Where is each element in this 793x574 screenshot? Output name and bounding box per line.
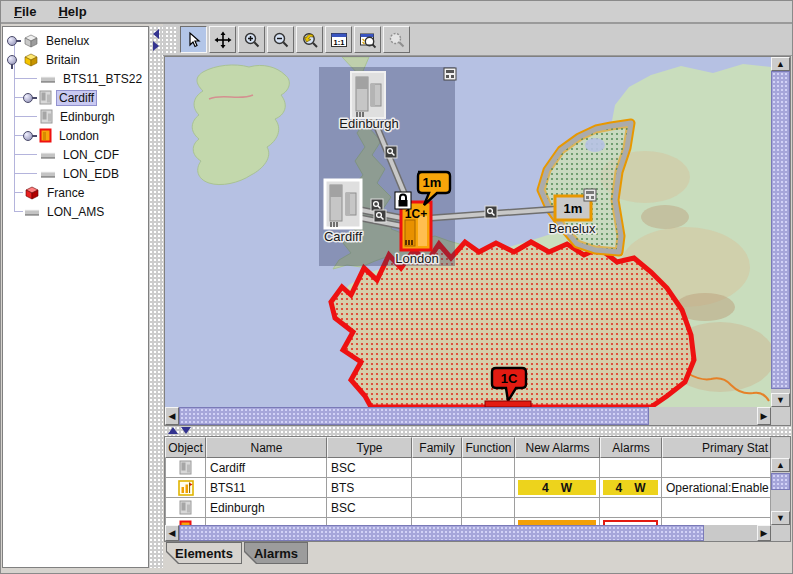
column-header-function[interactable]: Function — [462, 437, 515, 458]
tree-item-london[interactable]: London — [3, 126, 148, 145]
tree-item-label: Cardiff — [56, 90, 97, 106]
tree-item-label: LON_EDB — [60, 166, 122, 182]
column-header-primary-state[interactable]: Primary Stat — [662, 437, 771, 458]
expand-handle-icon[interactable] — [7, 36, 21, 45]
map-vertical-scrollbar[interactable]: ▲ ▼ — [771, 57, 790, 407]
benelux-box-text: 1m — [564, 201, 583, 216]
zoom-out-icon — [272, 31, 290, 49]
table-row-edinburgh[interactable]: Edinburgh BSC — [165, 498, 771, 518]
map-node-edinburgh[interactable] — [351, 72, 385, 118]
tree-item-france[interactable]: France — [3, 183, 148, 202]
map-viewport[interactable]: Edinburgh Cardiff 1C+ London — [165, 57, 771, 407]
scroll-right-icon[interactable]: ▶ — [757, 525, 771, 541]
scroll-down-icon[interactable]: ▼ — [771, 393, 790, 407]
menu-help[interactable]: Help — [54, 2, 90, 21]
alarms-chip: 4W — [603, 480, 658, 495]
map-label-cardiff: Cardiff — [324, 229, 362, 244]
tree-item-label: LON_AMS — [44, 204, 107, 220]
table-row-cardiff[interactable]: Cardiff BSC — [165, 458, 771, 478]
tree-item-cardiff[interactable]: Cardiff — [3, 88, 148, 107]
column-header-family[interactable]: Family — [412, 437, 462, 458]
tree-item-lon-ams[interactable]: LON_AMS — [3, 202, 148, 221]
scroll-right-icon[interactable]: ▶ — [757, 407, 771, 425]
column-header-new-alarms[interactable]: New Alarms — [515, 437, 600, 458]
cell-name: BTS11 — [206, 478, 327, 498]
scroll-up-icon[interactable]: ▲ — [771, 458, 790, 472]
zoom-previous-icon — [301, 31, 319, 49]
region-cube-gray-icon — [23, 33, 39, 49]
magnify-tool-button[interactable] — [383, 26, 410, 53]
link-icon — [24, 207, 40, 217]
network-tree-panel: Benelux Britain BTS11_BTS22 Cardiff — [2, 26, 149, 568]
tab-alarms-label: Alarms — [245, 543, 307, 563]
tab-alarms[interactable]: Alarms — [244, 542, 308, 564]
zoom-previous-tool-button[interactable] — [296, 26, 323, 53]
expand-handle-icon[interactable] — [23, 131, 37, 140]
table-horizontal-scrollbar[interactable]: ◀ ▶ — [165, 525, 771, 541]
column-header-alarms[interactable]: Alarms — [600, 437, 662, 458]
map-vscroll-thumb[interactable] — [771, 71, 790, 389]
map-label-edinburgh: Edinburgh — [339, 116, 398, 131]
cell-type: BTS — [327, 478, 412, 498]
map-panel: Edinburgh Cardiff 1C+ London — [164, 56, 791, 426]
table-hscroll-thumb[interactable] — [179, 525, 704, 541]
zoom-out-tool-button[interactable] — [267, 26, 294, 53]
table-row-bts11[interactable]: BTS11 BTS 4W 4W Operational:Enable — [165, 478, 771, 498]
menu-file[interactable]: File — [10, 2, 40, 21]
tab-elements[interactable]: Elements — [166, 542, 242, 564]
selection-corner-icon — [444, 68, 456, 80]
pan-tool-button[interactable] — [209, 26, 236, 53]
map-hscroll-thumb[interactable] — [179, 407, 649, 425]
scroll-down-icon[interactable]: ▼ — [771, 511, 790, 525]
link-icon — [40, 74, 56, 84]
tree-item-lon-cdf[interactable]: LON_CDF — [3, 145, 148, 164]
tree-item-britain[interactable]: Britain — [3, 50, 148, 69]
column-header-name[interactable]: Name — [206, 437, 327, 458]
map-node-cardiff[interactable] — [325, 180, 361, 228]
scroll-left-icon[interactable]: ◀ — [165, 525, 179, 541]
expand-up-icon[interactable] — [168, 427, 178, 434]
table-header-row: Object Name Type Family Function New Ala… — [165, 437, 771, 458]
tree-item-label: Benelux — [43, 33, 92, 49]
pan-arrows-icon — [214, 31, 232, 49]
collapse-down-icon[interactable] — [181, 427, 191, 434]
expand-right-icon[interactable] — [153, 41, 159, 51]
map-horizontal-scrollbar[interactable]: ◀ ▶ — [165, 407, 771, 425]
table-row-london-partial[interactable] — [165, 518, 771, 525]
horizontal-split-divider[interactable] — [164, 426, 791, 436]
scroll-left-icon[interactable]: ◀ — [165, 407, 179, 425]
scroll-up-icon[interactable]: ▲ — [771, 57, 790, 71]
region-cube-yellow-icon — [23, 52, 39, 68]
bottom-tab-bar: Elements Alarms — [164, 542, 791, 564]
france-critical-callout[interactable]: 1C — [485, 368, 531, 407]
table-vertical-scrollbar[interactable]: ▲ ▼ — [771, 458, 790, 525]
collapse-left-icon[interactable] — [153, 29, 159, 39]
toolbar-drag-handle[interactable] — [165, 26, 176, 54]
map-label-london: London — [395, 251, 438, 266]
link-icon — [40, 150, 56, 160]
tree-item-lon-edb[interactable]: LON_EDB — [3, 164, 148, 183]
france-callout-text: 1C — [501, 371, 518, 386]
bts-alarmed-icon — [178, 480, 194, 496]
benelux-corner-icon — [584, 189, 596, 201]
table-vscroll-thumb[interactable] — [771, 473, 790, 490]
tree-item-benelux[interactable]: Benelux — [3, 31, 148, 50]
tree-item-edinburgh[interactable]: Edinburgh — [3, 107, 148, 126]
tree-item-bts11-bts22[interactable]: BTS11_BTS22 — [3, 69, 148, 88]
tree-item-label: Britain — [43, 52, 83, 68]
column-header-object[interactable]: Object — [165, 437, 206, 458]
zoom-window-tool-button[interactable] — [354, 26, 381, 53]
expand-handle-icon[interactable] — [23, 93, 37, 102]
bsc-icon — [179, 460, 192, 475]
collapse-handle-icon[interactable] — [7, 55, 21, 64]
vertical-split-divider[interactable] — [149, 26, 163, 568]
tree-item-label: France — [44, 185, 87, 201]
cell-type: BSC — [327, 458, 412, 478]
tree-item-label: Edinburgh — [57, 109, 118, 125]
zoom-in-tool-button[interactable] — [238, 26, 265, 53]
actual-size-tool-button[interactable]: 1:1 — [325, 26, 352, 53]
select-tool-button[interactable] — [180, 26, 207, 53]
tree-item-label: London — [56, 128, 102, 144]
column-header-type[interactable]: Type — [327, 437, 412, 458]
new-alarms-chip: 4W — [518, 480, 596, 495]
